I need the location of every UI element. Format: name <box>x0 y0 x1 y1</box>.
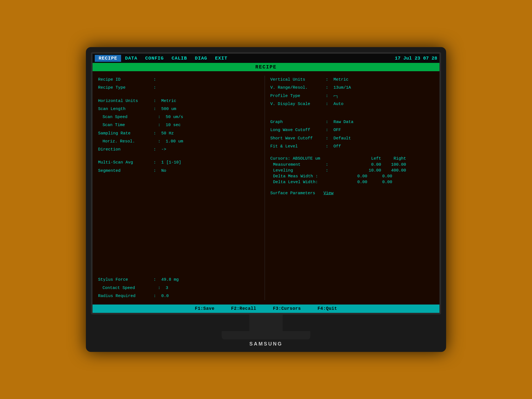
delta-meas-right: 0.00 <box>367 174 392 179</box>
multi-scan-value: 1 [1-10] <box>161 159 181 166</box>
segmented-value: No <box>161 168 166 174</box>
surface-params-label: Surface Parameters <box>270 191 315 196</box>
long-wave-label: Long Wave Cutoff <box>270 127 326 133</box>
profile-type-value: ⌐┐ <box>334 93 339 99</box>
gap1 <box>98 92 262 97</box>
f2-recall-button[interactable]: F2:Recall <box>231 306 256 311</box>
v-display-row: V. Display Scale : Auto <box>270 100 434 108</box>
horiz-resol-colon: : <box>158 138 163 145</box>
vertical-units-colon: : <box>326 76 331 83</box>
cursors-unit-col <box>326 156 359 161</box>
recipe-id-row: Recipe ID : <box>98 76 262 84</box>
menu-item-config[interactable]: CONFIG <box>141 55 168 62</box>
v-range-row: V. Range/Resol. : 13um/1A <box>270 84 434 92</box>
leveling-left: 10.00 <box>359 168 381 173</box>
contact-speed-colon: : <box>158 285 163 291</box>
f4-quit-button[interactable]: F4:Quit <box>318 306 337 311</box>
long-wave-colon: : <box>326 127 331 133</box>
measurement-right: 100.00 <box>381 162 406 167</box>
contact-speed-value: 3 <box>166 285 168 291</box>
sampling-rate-row: Sampling Rate : 50 Hz <box>98 129 262 137</box>
profile-type-row: Profile Type : ⌐┐ <box>270 92 434 100</box>
short-wave-label: Short Wave Cutoff <box>270 135 326 142</box>
stylus-force-row: Stylus Force : 49.8 mg <box>98 276 262 284</box>
left-panel: Recipe ID : Recipe Type : Horizontal Uni… <box>98 76 265 300</box>
scan-length-value: 500 um <box>161 106 176 112</box>
f3-cursors-button[interactable]: F3:Cursors <box>273 306 301 311</box>
right-panel: Vertical Units : Metric V. Range/Resol. … <box>265 76 434 300</box>
horiz-resol-label: Horiz. Resol. <box>103 138 158 145</box>
menu-item-recipe[interactable]: RECIPE <box>95 55 121 62</box>
sampling-rate-value: 50 Hz <box>161 130 174 137</box>
sampling-rate-colon: : <box>154 130 159 137</box>
graph-value: Raw Data <box>334 119 354 125</box>
menu-item-diag[interactable]: DIAG <box>191 55 211 62</box>
scan-time-label: Scan Time <box>103 122 158 128</box>
leveling-right: 400.00 <box>381 168 406 173</box>
vertical-units-value: Metric <box>334 76 349 83</box>
contact-speed-label: Contact Speed <box>103 285 158 291</box>
direction-colon: : <box>154 146 159 153</box>
fit-level-label: Fit & Level <box>270 143 326 150</box>
scan-time-value: 10 sec <box>166 122 181 128</box>
screen: RECIPE DATA CONFIG CALIB DIAG EXIT 17 Ju… <box>93 54 439 313</box>
radius-required-row: Radius Required : 0.0 <box>98 292 262 300</box>
graph-row: Graph : Raw Data <box>270 118 434 126</box>
segmented-label: Segmented <box>98 168 154 174</box>
horizontal-units-row: Horizontal Units : Metric <box>98 97 262 105</box>
recipe-type-row: Recipe Type : <box>98 84 262 92</box>
scan-length-colon: : <box>154 106 159 112</box>
multi-scan-row: Multi-Scan Avg : 1 [1-10] <box>98 158 262 167</box>
short-wave-colon: : <box>326 135 331 142</box>
sampling-rate-label: Sampling Rate <box>98 130 154 137</box>
horiz-resol-row: Horiz. Resol. : 1.00 um <box>103 137 262 145</box>
menu-bar: RECIPE DATA CONFIG CALIB DIAG EXIT 17 Ju… <box>93 54 439 63</box>
footer-bar: F1:Save F2:Recall F3:Cursors F4:Quit <box>93 305 439 313</box>
surface-view-button[interactable]: View <box>324 191 334 196</box>
delta-level-row: Delta Level Width: 0.00 0.00 <box>270 179 434 185</box>
multi-scan-colon: : <box>154 159 159 166</box>
measurement-row: Measurement : 0.00 100.00 <box>270 162 434 168</box>
radius-required-colon: : <box>154 293 159 299</box>
recipe-type-colon: : <box>154 85 159 91</box>
scan-time-colon: : <box>158 122 163 128</box>
monitor-brand-label: SAMSUNG <box>249 341 283 347</box>
menu-item-data[interactable]: DATA <box>121 55 141 62</box>
menu-item-calib[interactable]: CALIB <box>168 55 191 62</box>
stylus-force-value: 49.8 mg <box>161 277 179 283</box>
vertical-units-row: Vertical Units : Metric <box>270 76 434 84</box>
direction-row: Direction : -> <box>98 145 262 154</box>
stylus-force-label: Stylus Force <box>98 277 154 283</box>
menu-item-exit[interactable]: EXIT <box>211 55 231 62</box>
scan-length-label: Scan Length <box>98 106 154 112</box>
scan-time-row: Scan Time : 10 sec <box>103 121 262 129</box>
f1-save-button[interactable]: F1:Save <box>195 306 214 311</box>
v-display-colon: : <box>326 101 331 107</box>
recipe-id-colon: : <box>154 76 159 83</box>
left-spacer <box>98 175 262 276</box>
delta-level-label: Delta Level Width: <box>270 180 345 185</box>
measurement-left: 0.00 <box>359 162 381 167</box>
v-range-colon: : <box>326 85 331 91</box>
monitor-stand-neck <box>249 314 283 331</box>
graph-label: Graph <box>270 119 326 125</box>
measurement-label: Measurement <box>270 162 326 167</box>
scan-speed-label: Scan Speed <box>103 114 158 120</box>
leveling-colon: : <box>326 168 359 173</box>
monitor-outer: RECIPE DATA CONFIG CALIB DIAG EXIT 17 Ju… <box>86 47 446 352</box>
gap2 <box>98 154 262 158</box>
long-wave-row: Long Wave Cutoff : OFF <box>270 126 434 134</box>
radius-required-value: 0.0 <box>161 293 169 299</box>
recipe-id-label: Recipe ID <box>98 76 154 83</box>
horiz-resol-value: 1.00 um <box>166 138 183 145</box>
horizontal-units-value: Metric <box>161 98 176 104</box>
scan-length-row: Scan Length : 500 um <box>98 105 262 113</box>
right-gap3 <box>270 150 434 155</box>
screen-bezel: RECIPE DATA CONFIG CALIB DIAG EXIT 17 Ju… <box>91 52 441 314</box>
leveling-row: Leveling : 10.00 400.00 <box>270 168 434 173</box>
leveling-label: Leveling <box>270 168 326 173</box>
horizontal-units-label: Horizontal Units <box>98 98 154 104</box>
direction-value: -> <box>161 146 166 153</box>
v-display-value: Auto <box>334 101 344 107</box>
cursors-right-header: Right <box>381 156 406 161</box>
